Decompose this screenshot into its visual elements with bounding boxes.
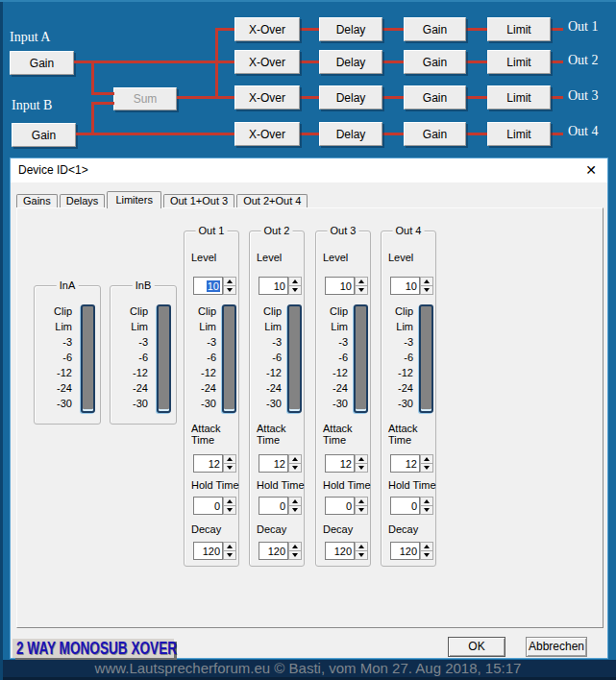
out1-hold-value[interactable]: 0 bbox=[193, 497, 223, 515]
out1-level-field[interactable]: 10 bbox=[193, 277, 223, 295]
group-out2-title: Out 2 bbox=[261, 225, 293, 236]
out4-hold-value[interactable]: 0 bbox=[390, 497, 420, 515]
branding-text: 2 WAY MONOSUB XOVER bbox=[12, 638, 177, 659]
flow-delay-4[interactable]: Delay bbox=[319, 122, 382, 146]
scale-lim: Lim bbox=[112, 321, 148, 332]
out1-level-spinner[interactable]: 10 bbox=[193, 277, 236, 295]
spin-down-button[interactable] bbox=[420, 463, 433, 473]
ok-button[interactable]: OK bbox=[448, 637, 505, 657]
tab-out2-out4[interactable]: Out 2+Out 4 bbox=[236, 194, 308, 207]
down-arrow-icon bbox=[227, 466, 233, 470]
spin-down-button[interactable] bbox=[223, 285, 236, 295]
out3-decay-value[interactable]: 120 bbox=[325, 542, 355, 560]
out1-decay-spinner[interactable]: 120 bbox=[193, 542, 236, 560]
out3-attack-value[interactable]: 12 bbox=[325, 454, 355, 473]
scale-clip: Clip bbox=[37, 305, 72, 317]
flow-gain-out-3[interactable]: Gain bbox=[404, 85, 466, 109]
spin-down-button[interactable] bbox=[420, 550, 433, 560]
spin-down-button[interactable] bbox=[288, 285, 302, 295]
out3-limit-meter bbox=[354, 304, 368, 413]
flow-limit-3[interactable]: Limit bbox=[487, 85, 551, 109]
out4-attack-spinner[interactable]: 12 bbox=[390, 454, 433, 473]
flow-delay-3[interactable]: Delay bbox=[319, 85, 382, 109]
spin-down-button[interactable] bbox=[355, 505, 368, 515]
spin-down-button[interactable] bbox=[223, 463, 236, 473]
tab-out1-out3[interactable]: Out 1+Out 3 bbox=[163, 194, 234, 207]
spin-down-button[interactable] bbox=[355, 463, 368, 473]
wire bbox=[551, 28, 563, 31]
out3-level-value[interactable]: 10 bbox=[325, 277, 355, 295]
out4-hold-spinner[interactable]: 0 bbox=[390, 497, 433, 515]
flow-gain-out-2[interactable]: Gain bbox=[404, 50, 466, 74]
cancel-button[interactable]: Abbrechen bbox=[526, 637, 587, 657]
wire bbox=[382, 61, 404, 63]
out2-level-value[interactable]: 10 bbox=[259, 277, 288, 295]
out1-attack-spinner[interactable]: 12 bbox=[193, 454, 236, 473]
out3-decay-spinner[interactable]: 120 bbox=[325, 542, 368, 560]
spin-down-button[interactable] bbox=[223, 505, 236, 515]
spin-down-button[interactable] bbox=[288, 505, 302, 515]
scale-clip: Clip bbox=[250, 305, 282, 317]
out4-level-spinner[interactable]: 10 bbox=[390, 277, 433, 295]
out3-attack-spinner[interactable]: 12 bbox=[325, 454, 368, 473]
out1-decay-value[interactable]: 120 bbox=[193, 542, 223, 560]
spin-down-button[interactable] bbox=[355, 285, 368, 295]
tab-delays[interactable]: Delays bbox=[60, 194, 106, 207]
up-arrow-icon bbox=[227, 457, 233, 461]
out2-attack-value[interactable]: 12 bbox=[259, 454, 288, 473]
out4-attack-value[interactable]: 12 bbox=[390, 454, 420, 473]
out4-level-value[interactable]: 10 bbox=[390, 277, 420, 295]
up-arrow-icon bbox=[424, 499, 430, 503]
tab-gains[interactable]: Gains bbox=[16, 194, 58, 207]
watermark-text: www.Lautsprecherforum.eu © Basti, vom Mo… bbox=[0, 660, 616, 676]
spin-down-button[interactable] bbox=[420, 285, 433, 295]
out2-level-spinner[interactable]: 10 bbox=[259, 277, 302, 295]
dialog-titlebar[interactable]: Device ID<1> ✕ bbox=[11, 158, 607, 182]
out2-decay-spinner[interactable]: 120 bbox=[259, 542, 302, 560]
out2-attack-spinner[interactable]: 12 bbox=[259, 454, 302, 473]
out4-decay-spinner[interactable]: 120 bbox=[390, 542, 433, 560]
tab-limiters[interactable]: Limiters bbox=[107, 191, 161, 208]
flow-delay-1[interactable]: Delay bbox=[319, 17, 382, 41]
out2-hold-value[interactable]: 0 bbox=[259, 497, 288, 515]
attack-label: Attack bbox=[388, 423, 418, 434]
spin-down-button[interactable] bbox=[355, 550, 368, 560]
scale-24: -24 bbox=[185, 382, 216, 394]
group-out4: Out 4 Level 10 Clip Lim -3 -6 -12 -24 -3… bbox=[381, 231, 436, 567]
flow-limit-1[interactable]: Limit bbox=[487, 17, 551, 41]
out1-attack-value[interactable]: 12 bbox=[193, 454, 223, 473]
flow-limit-4[interactable]: Limit bbox=[487, 122, 551, 146]
out2-decay-value[interactable]: 120 bbox=[259, 542, 288, 560]
out3-hold-spinner[interactable]: 0 bbox=[325, 497, 368, 515]
wire bbox=[551, 61, 563, 63]
wire bbox=[74, 61, 234, 63]
flow-delay-2[interactable]: Delay bbox=[319, 50, 382, 74]
flow-limit-2[interactable]: Limit bbox=[487, 50, 551, 74]
flow-xover-3[interactable]: X-Over bbox=[234, 85, 300, 109]
spin-down-button[interactable] bbox=[223, 550, 236, 560]
out2-hold-spinner[interactable]: 0 bbox=[259, 497, 302, 515]
scale-30: -30 bbox=[382, 398, 413, 409]
scale-24: -24 bbox=[37, 382, 72, 394]
out3-level-spinner[interactable]: 10 bbox=[325, 277, 368, 295]
flow-gain-input-b[interactable]: Gain bbox=[12, 123, 76, 147]
spin-down-button[interactable] bbox=[420, 505, 433, 515]
out3-hold-value[interactable]: 0 bbox=[325, 497, 355, 515]
flow-gain-out-4[interactable]: Gain bbox=[404, 122, 466, 146]
scale-clip: Clip bbox=[112, 305, 148, 317]
attack-label: Attack bbox=[323, 423, 353, 434]
flow-xover-4[interactable]: X-Over bbox=[234, 122, 300, 146]
out1-hold-spinner[interactable]: 0 bbox=[193, 497, 236, 515]
out4-decay-value[interactable]: 120 bbox=[390, 542, 420, 560]
spin-down-button[interactable] bbox=[288, 463, 302, 473]
spin-down-button[interactable] bbox=[288, 550, 302, 560]
wire bbox=[300, 61, 319, 63]
flow-xover-1[interactable]: X-Over bbox=[234, 17, 300, 41]
flow-gain-out-1[interactable]: Gain bbox=[404, 17, 466, 41]
meter-scale: Clip Lim -3 -6 -12 -24 -30 bbox=[112, 305, 148, 409]
flow-xover-2[interactable]: X-Over bbox=[234, 50, 300, 74]
scale-lim: Lim bbox=[37, 321, 72, 332]
flow-gain-input-a[interactable]: Gain bbox=[10, 51, 74, 75]
wire bbox=[215, 28, 218, 99]
close-icon[interactable]: ✕ bbox=[585, 162, 597, 178]
